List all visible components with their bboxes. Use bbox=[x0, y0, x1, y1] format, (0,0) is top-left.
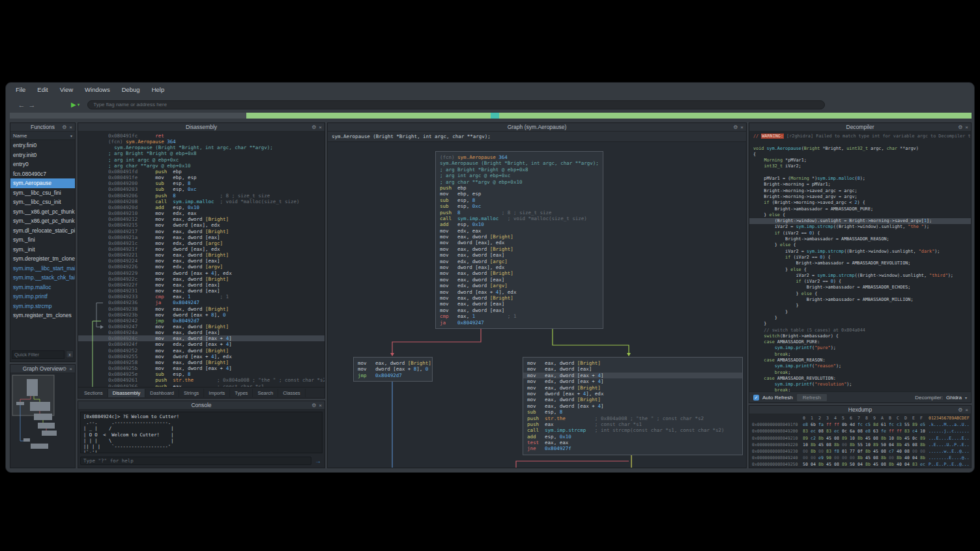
graph-block[interactable]: mov eax, dword [Bright]mov eax, dword [e… bbox=[523, 357, 743, 455]
asm-line[interactable]: 0x08049217 mov eax, dword [Bright] bbox=[108, 229, 324, 234]
address-search-input[interactable] bbox=[87, 100, 825, 109]
disassembly-listing[interactable]: 0x080491fc ret(fcn) sym.Aeropause 364 sy… bbox=[78, 132, 324, 387]
asm-line[interactable]: 0x08049247 mov eax, dword [Bright] bbox=[108, 324, 324, 330]
debug-play-button[interactable]: ▶ ▾ bbox=[71, 101, 79, 108]
asm-line[interactable]: 0x080491fc ret bbox=[108, 133, 324, 139]
gear-icon[interactable]: ⚙ bbox=[62, 125, 66, 130]
decompiler-line[interactable]: iVar2 = sym.imp.strcmp((Bright->window).… bbox=[753, 249, 971, 255]
clear-filter-button[interactable]: x bbox=[66, 350, 74, 358]
decompiler-line[interactable]: Bright->morning->saved_argv = argv; bbox=[753, 194, 971, 200]
asm-line[interactable]: 0x0804925b mov eax, dword [eax + 4] bbox=[108, 365, 324, 371]
function-item[interactable]: entry0 bbox=[10, 160, 75, 169]
decompiler-line[interactable]: case AMBASSADOR_PURE: bbox=[753, 339, 971, 345]
menu-view[interactable]: View bbox=[60, 86, 73, 93]
close-icon[interactable]: × bbox=[319, 403, 322, 408]
gear-icon[interactable]: ⚙ bbox=[733, 125, 738, 130]
memory-segment[interactable] bbox=[491, 113, 499, 119]
close-icon[interactable]: × bbox=[319, 125, 322, 130]
function-item[interactable]: sym.imp.strcmp bbox=[10, 302, 75, 311]
asm-line[interactable]: 0x08049221 mov eax, dword [Bright] bbox=[108, 252, 324, 258]
back-icon[interactable]: ← bbox=[16, 101, 27, 109]
asm-line[interactable]: 0x08049258 mov eax, dword [Bright] bbox=[108, 360, 324, 365]
asm-line[interactable]: 0x080491fd push ebp bbox=[108, 169, 324, 175]
asm-line[interactable]: 0x0804924f mov edx, dword [eax + 4] bbox=[108, 341, 324, 347]
close-icon[interactable]: × bbox=[740, 125, 743, 130]
hex-row[interactable]: 0x0000000008049230008b0083f801770f8b4508… bbox=[752, 448, 971, 455]
asm-line[interactable]: ; arg char **argv @ ebp+0x10 bbox=[108, 163, 324, 169]
asm-line[interactable]: 0x08049233 cmp eax, 1 ; 1 bbox=[108, 294, 324, 300]
asm-line[interactable]: 0x08049242 jmp 0x80492d7 bbox=[108, 318, 324, 324]
asm-line[interactable]: 0x08049206 push 8 ; 8 ; size_t size bbox=[108, 193, 324, 199]
quick-filter-input[interactable] bbox=[12, 350, 65, 359]
function-item[interactable]: sym.register_tm_clones bbox=[10, 311, 75, 320]
tab-disassembly[interactable]: Disassembly bbox=[108, 389, 146, 397]
asm-line[interactable]: ; arg Bright *Bright @ ebp+0x8 bbox=[108, 150, 324, 156]
function-item[interactable]: sym.deregister_tm_clones bbox=[10, 254, 75, 264]
function-item[interactable]: sym.imp.__libc_start_main bbox=[10, 264, 75, 274]
asm-line[interactable]: 0x0804921f mov dword [eax], edx bbox=[108, 246, 324, 252]
decompiler-line[interactable]: } bbox=[753, 321, 971, 327]
asm-line[interactable]: 0x08049238 mov eax, dword [Bright] bbox=[108, 306, 324, 312]
gear-icon[interactable]: ⚙ bbox=[62, 367, 66, 372]
decompiler-line[interactable]: Bright->morning->saved_argc = argc; bbox=[753, 188, 971, 194]
decompiler-line[interactable]: sym.imp.printf("pure"); bbox=[753, 345, 971, 351]
menu-windows[interactable]: Windows bbox=[85, 86, 110, 93]
decompiler-select[interactable]: Ghidra bbox=[946, 395, 962, 401]
refresh-button[interactable]: Refresh bbox=[796, 393, 828, 402]
decompiler-line[interactable]: Bright->ambassador = AMBASSADOR_MILLION; bbox=[753, 297, 971, 303]
asm-line[interactable]: 0x08049210 mov edx, eax bbox=[108, 210, 324, 216]
gear-icon[interactable]: ⚙ bbox=[311, 403, 316, 408]
hex-row[interactable]: 0x000000000804921089c28b450889108b45088b… bbox=[752, 435, 971, 442]
graph-block[interactable]: (fcn) sym.Aeropause 364sym.Aeropause (Br… bbox=[435, 151, 603, 329]
decompiler-line[interactable]: Bright->ambassador = AMBASSADOR_REVOLUTI… bbox=[753, 261, 971, 266]
asm-line[interactable]: 0x0804924c mov eax, dword [eax + 4] bbox=[78, 335, 324, 341]
function-item[interactable]: sym.Aeropause bbox=[10, 178, 75, 188]
hexdump-rows[interactable]: 0123456789ABCDEF0123456789ABCDEF0x000000… bbox=[749, 414, 971, 468]
asm-line[interactable]: 0x0804925e sub esp, 8 bbox=[108, 371, 324, 377]
tab-search[interactable]: Search bbox=[253, 389, 278, 397]
decompiler-line[interactable]: case AMBASSADOR_REASON: bbox=[753, 358, 971, 363]
memory-segment[interactable] bbox=[246, 113, 491, 119]
tab-strings[interactable]: Strings bbox=[179, 389, 204, 397]
menu-edit[interactable]: Edit bbox=[37, 86, 48, 93]
hex-row[interactable]: 0x0000000008049220108b45088b008b55108950… bbox=[752, 442, 971, 448]
asm-line[interactable]: 0x080491fe mov ebp, esp bbox=[108, 175, 324, 180]
function-item[interactable]: entry.fini0 bbox=[10, 141, 75, 150]
decompiler-line[interactable]: } bbox=[753, 309, 971, 315]
hex-row[interactable]: 0x00000000080491f0e86bfaffff0b4dfcc58d61… bbox=[752, 421, 971, 428]
asm-line[interactable]: 0x0804924a mov eax, dword [eax] bbox=[108, 330, 324, 335]
asm-line[interactable]: 0x08049255 mov dword [eax + 4], edx bbox=[108, 354, 324, 360]
decompiler-line[interactable]: iVar2 = sym.imp.strcmp((Bright->window).… bbox=[753, 273, 971, 279]
asm-line[interactable]: 0x08049226 mov edx, dword [argv] bbox=[108, 264, 324, 270]
graph-canvas[interactable]: (fcn) sym.Aeropause 364sym.Aeropause (Br… bbox=[328, 142, 746, 468]
graph-block[interactable]: mov eax, dword [Bright]mov dword [eax + … bbox=[353, 357, 433, 382]
function-item[interactable]: sym.imp.printf bbox=[10, 292, 75, 302]
decompiler-code[interactable]: // WARNING: [r2ghidra] Failed to match t… bbox=[749, 132, 971, 391]
asm-line[interactable]: 0x0804922c mov eax, dword [Bright] bbox=[108, 276, 324, 282]
asm-line[interactable]: 0x08049261 push str.the ; 0x804a008 ; "t… bbox=[108, 377, 324, 383]
decompiler-line[interactable]: int32_t iVar2; bbox=[753, 163, 971, 169]
asm-line[interactable]: 0x08049203 sub esp, 0xc bbox=[108, 186, 324, 192]
decompiler-line[interactable]: Bright->ambassador = AMBASSADOR_PURE; bbox=[753, 206, 971, 212]
decompiler-line[interactable]: } else { bbox=[753, 291, 971, 297]
asm-line[interactable]: 0x0804923b mov dword [eax + 8], 0 bbox=[108, 312, 324, 318]
decompiler-line[interactable]: case AMBASSADOR_REVOLUTION: bbox=[753, 376, 971, 382]
hex-row[interactable]: 0x000000000804925050048b45088950048b4508… bbox=[752, 461, 971, 468]
asm-line[interactable]: (fcn) sym.Aeropause 364 bbox=[108, 139, 324, 145]
tab-dashboard[interactable]: Dashboard bbox=[145, 389, 179, 397]
decompiler-line[interactable]: Bright->morning = pMVar1; bbox=[753, 182, 971, 188]
asm-line[interactable]: 0x08049208 call sym.imp.malloc ; void *m… bbox=[108, 199, 324, 205]
decompiler-line[interactable]: break; bbox=[753, 352, 971, 358]
decompiler-line[interactable]: // WARNING: [r2ghidra] Failed to match t… bbox=[753, 134, 971, 139]
decompiler-line[interactable] bbox=[753, 139, 971, 145]
graph-overview-body[interactable] bbox=[10, 373, 75, 468]
memory-segment[interactable] bbox=[499, 113, 972, 119]
console-input[interactable] bbox=[80, 457, 311, 465]
function-item[interactable]: sym.imp.malloc bbox=[10, 283, 75, 292]
decompiler-line[interactable]: (Bright->window).sunlight = Bright->morn… bbox=[749, 218, 971, 224]
hex-row[interactable]: 0x00000000080492400000e9900000008b45088b… bbox=[752, 455, 971, 461]
menu-help[interactable]: Help bbox=[152, 86, 165, 93]
functions-list[interactable]: entry.fini0entry.init0entry0fcn.080490c7… bbox=[10, 140, 75, 349]
gear-icon[interactable]: ⚙ bbox=[958, 408, 962, 413]
function-item[interactable]: sym.__libc_csu_init bbox=[10, 197, 75, 207]
